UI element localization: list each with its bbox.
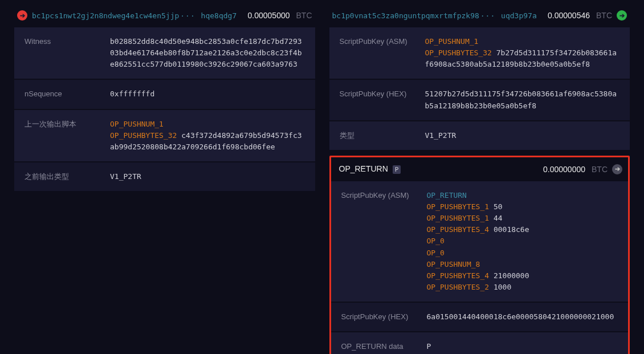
output2-opreturn-data-value: P bbox=[427, 341, 618, 352]
op-0: OP_0 bbox=[427, 249, 445, 257]
op-return-output-frame: OP_RETURN P 0.00000000 BTC ➔ ScriptPubKe… bbox=[329, 156, 630, 354]
output1-type-value: V1_P2TR bbox=[425, 130, 620, 141]
row-output1-spk-hex: ScriptPubKey (HEX) 51207b27d5d311175f347… bbox=[329, 80, 630, 120]
op-pushbytes-1: OP_PUSHBYTES_1 bbox=[427, 214, 490, 222]
prev-out-script-label: 上一次输出脚本 bbox=[25, 119, 110, 153]
output2-amount: 0.00000000 bbox=[543, 165, 585, 174]
nsequence-value: 0xfffffffd bbox=[110, 88, 305, 100]
row-output1-spk-asm: ScriptPubKey (ASM) OP_PUSHNUM_1 OP_PUSHB… bbox=[329, 27, 630, 79]
op-pushbytes-4: OP_PUSHBYTES_4 bbox=[427, 225, 490, 234]
op-pushbytes-32: OP_PUSHBYTES_32 bbox=[110, 131, 177, 140]
row-output1-type: 类型 V1_P2TR bbox=[329, 121, 630, 150]
output1-type-label: 类型 bbox=[340, 130, 425, 141]
row-output2-spk-hex: ScriptPubKey (HEX) 6a015001440400018c6e0… bbox=[331, 303, 629, 331]
op-pushnum-1: OP_PUSHNUM_1 bbox=[425, 37, 479, 46]
op-0: OP_0 bbox=[427, 237, 445, 245]
input-address[interactable]: bc1pcs1nwt2gj2n8ndweg4e1cw4en5jjp··· hqe… bbox=[32, 11, 243, 20]
row-output2-spk-asm: ScriptPubKey (ASM) OP_RETURN OP_PUSHBYTE… bbox=[331, 181, 629, 302]
output2-spk-hex-value: 6a015001440400018c6e00005804210000000210… bbox=[427, 311, 618, 323]
output1-spk-hex-value: 51207b27d5d311175f34726b083661af6908ac53… bbox=[425, 88, 620, 111]
output2-spk-asm-value: OP_RETURN OP_PUSHBYTES_1 50 OP_PUSHBYTES… bbox=[427, 190, 618, 293]
op-pushbytes-2: OP_PUSHBYTES_2 bbox=[427, 283, 490, 291]
addr-part2: uqd3p97a bbox=[501, 11, 537, 20]
arrow-right-icon[interactable]: ➔ bbox=[612, 164, 622, 174]
output2-unit: BTC bbox=[592, 165, 608, 174]
op-return-title: OP_RETURN P bbox=[339, 164, 539, 174]
output1-amount: 0.00000546 bbox=[548, 11, 590, 20]
row-prev-out-type: 之前输出类型 V1_P2TR bbox=[14, 162, 315, 191]
transaction-io-columns: ➔ bc1pcs1nwt2gj2n8ndweg4e1cw4en5jjp··· h… bbox=[14, 6, 630, 354]
row-output2-opreturn-data: OP_RETURN data P bbox=[331, 332, 629, 354]
addr-part2: hqe8qdg7 bbox=[201, 11, 237, 20]
op-return-title-text: OP_RETURN bbox=[339, 164, 388, 173]
val: 44 bbox=[494, 214, 503, 222]
row-prev-out-script: 上一次输出脚本 OP_PUSHNUM_1 OP_PUSHBYTES_32 c43… bbox=[14, 110, 315, 161]
op-pushnum-1: OP_PUSHNUM_1 bbox=[110, 120, 164, 128]
op-pushbytes-1: OP_PUSHBYTES_1 bbox=[427, 202, 490, 211]
output1-spk-asm-label: ScriptPubKey (ASM) bbox=[340, 36, 425, 70]
output1-header: bc1p0vnat5c3za0nguntpqmxrtmfpzk98··· uqd… bbox=[329, 6, 630, 27]
addr-ellipsis: ··· bbox=[479, 11, 496, 20]
output2-opreturn-data-label: OP_RETURN data bbox=[341, 341, 427, 352]
op-pushbytes-4: OP_PUSHBYTES_4 bbox=[427, 271, 490, 280]
prev-out-type-label: 之前输出类型 bbox=[25, 171, 110, 182]
nsequence-label: nSequence bbox=[25, 88, 110, 100]
output-column: bc1p0vnat5c3za0nguntpqmxrtmfpzk98··· uqd… bbox=[329, 6, 630, 354]
output1-unit: BTC bbox=[596, 11, 612, 20]
op-pushbytes-32: OP_PUSHBYTES_32 bbox=[425, 48, 492, 57]
val: 1000 bbox=[494, 283, 511, 291]
op-return-badge: P bbox=[393, 165, 401, 174]
addr-part1: bc1pcs1nwt2gj2n8ndweg4e1cw4en5jjp bbox=[32, 11, 179, 20]
op-return: OP_RETURN bbox=[427, 191, 467, 200]
output1-spk-hex-label: ScriptPubKey (HEX) bbox=[340, 88, 425, 111]
val: 50 bbox=[494, 202, 503, 211]
output2-spk-asm-label: ScriptPubKey (ASM) bbox=[341, 190, 427, 293]
input-column: ➔ bc1pcs1nwt2gj2n8ndweg4e1cw4en5jjp··· h… bbox=[14, 6, 315, 354]
arrow-right-icon[interactable]: ➔ bbox=[617, 10, 627, 21]
input-header: ➔ bc1pcs1nwt2gj2n8ndweg4e1cw4en5jjp··· h… bbox=[14, 6, 315, 27]
output1-address[interactable]: bc1p0vnat5c3za0nguntpqmxrtmfpzk98··· uqd… bbox=[332, 11, 544, 20]
output2-spk-hex-label: ScriptPubKey (HEX) bbox=[341, 311, 427, 323]
input-unit: BTC bbox=[296, 11, 312, 20]
row-nsequence: nSequence 0xfffffffd bbox=[14, 80, 315, 108]
witness-value: b028852dd8c40d50e948bc2853a0cfe187dc7bd7… bbox=[110, 36, 305, 70]
output1-spk-asm-value: OP_PUSHNUM_1 OP_PUSHBYTES_32 7b27d5d3111… bbox=[425, 36, 620, 70]
val: 21000000 bbox=[494, 271, 529, 280]
prev-out-type-value: V1_P2TR bbox=[110, 171, 305, 182]
output2-header: OP_RETURN P 0.00000000 BTC ➔ bbox=[331, 157, 629, 181]
witness-label: Witness bbox=[25, 36, 110, 70]
addr-part1: bc1p0vnat5c3za0nguntpqmxrtmfpzk98 bbox=[332, 11, 479, 20]
val: 00018c6e bbox=[494, 225, 529, 234]
op-pushnum-8: OP_PUSHNUM_8 bbox=[427, 260, 480, 268]
input-amount: 0.00005000 bbox=[248, 11, 290, 20]
prev-out-script-value: OP_PUSHNUM_1 OP_PUSHBYTES_32 c43f372d489… bbox=[110, 119, 305, 153]
arrow-right-icon[interactable]: ➔ bbox=[17, 10, 27, 21]
row-witness: Witness b028852dd8c40d50e948bc2853a0cfe1… bbox=[14, 27, 315, 79]
addr-ellipsis: ··· bbox=[179, 11, 196, 20]
